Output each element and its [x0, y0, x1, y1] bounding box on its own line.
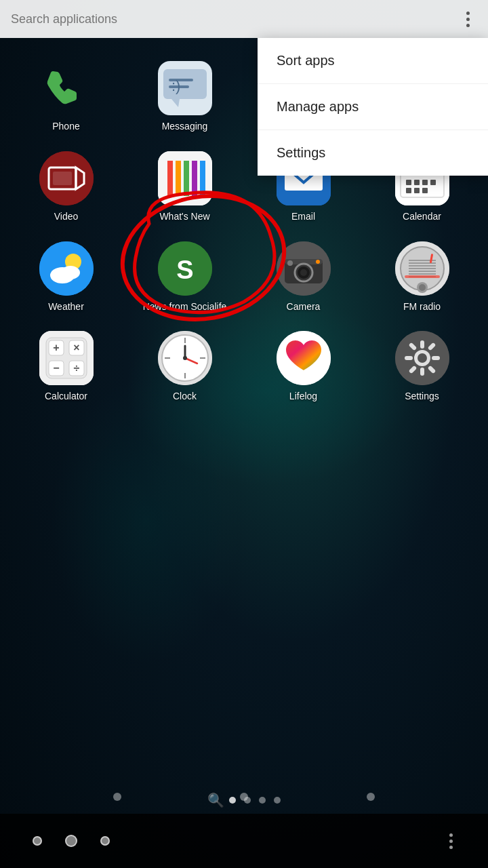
phone-label: Phone	[52, 121, 79, 132]
svg-rect-85	[420, 368, 424, 376]
lifelog-icon	[277, 331, 331, 385]
svg-rect-30	[406, 188, 411, 193]
svg-rect-58	[405, 275, 440, 278]
svg-rect-87	[432, 356, 440, 360]
svg-point-83	[418, 353, 427, 363]
lifelog-label: Lifelog	[289, 391, 317, 402]
news-socialife-label: News from Socialife	[143, 301, 227, 313]
svg-rect-26	[406, 180, 411, 185]
svg-point-37	[52, 271, 65, 282]
page-dot-4	[274, 797, 281, 804]
svg-text:×: ×	[73, 342, 79, 353]
svg-rect-13	[53, 172, 72, 185]
page-dot-1	[229, 797, 236, 804]
back-button[interactable]	[20, 824, 54, 858]
app-clock[interactable]: Clock	[125, 321, 244, 412]
svg-rect-32	[422, 188, 428, 193]
whats-new-icon	[158, 151, 212, 205]
svg-rect-84	[420, 340, 424, 349]
svg-point-46	[287, 260, 293, 266]
sort-apps-item[interactable]: Sort apps	[258, 38, 488, 84]
svg-rect-18	[192, 161, 197, 196]
app-weather[interactable]: Weather	[7, 232, 125, 322]
svg-rect-28	[422, 180, 428, 185]
calculator-label: Calculator	[45, 391, 87, 402]
svg-text:+: +	[53, 342, 59, 353]
app-whats-new[interactable]: What's New	[125, 142, 244, 232]
app-lifelog[interactable]: Lifelog	[244, 321, 363, 412]
svg-point-60	[419, 284, 426, 291]
whats-new-label: What's New	[159, 211, 209, 222]
three-dots-icon[interactable]	[458, 9, 477, 28]
clock-label: Clock	[173, 391, 197, 402]
app-calculator[interactable]: + × − ÷ Calculator	[7, 321, 125, 412]
svg-text:−: −	[53, 362, 59, 374]
page-indicators: 🔍	[0, 793, 488, 807]
calendar-label: Calendar	[403, 211, 441, 222]
manage-apps-item[interactable]: Manage apps	[258, 84, 488, 130]
app-phone[interactable]: Phone	[7, 52, 125, 142]
phone-icon	[39, 61, 94, 115]
fm-radio-label: FM radio	[403, 301, 441, 313]
app-camera[interactable]: Camera	[244, 232, 363, 322]
svg-rect-16	[176, 161, 181, 196]
svg-rect-29	[430, 180, 436, 185]
home-icon	[65, 835, 77, 847]
more-button[interactable]	[434, 824, 468, 858]
app-news-socialife[interactable]: S News from Socialife	[125, 232, 244, 322]
settings-item[interactable]: Settings	[258, 130, 488, 176]
weather-label: Weather	[48, 301, 84, 313]
svg-text:÷: ÷	[73, 362, 79, 374]
video-icon	[39, 151, 94, 205]
calculator-icon: + × − ÷	[39, 331, 94, 385]
recents-icon	[100, 836, 110, 846]
news-socialife-icon: S	[158, 241, 212, 296]
svg-rect-31	[414, 188, 420, 193]
page-dot-2	[244, 797, 251, 804]
settings-app-icon	[395, 331, 449, 385]
svg-point-45	[300, 269, 307, 276]
search-page-dot: 🔍	[207, 793, 221, 807]
svg-rect-15	[167, 161, 173, 196]
email-label: Email	[291, 211, 315, 222]
svg-point-47	[316, 260, 320, 264]
search-input[interactable]	[11, 12, 458, 26]
svg-rect-27	[414, 180, 420, 185]
recents-button[interactable]	[88, 824, 122, 858]
weather-icon	[39, 241, 94, 296]
settings-app-label: Settings	[405, 391, 439, 402]
camera-label: Camera	[287, 301, 321, 313]
svg-rect-17	[184, 161, 189, 196]
app-fm-radio[interactable]: FM radio	[363, 232, 481, 322]
app-settings[interactable]: Settings	[363, 321, 481, 412]
svg-point-79	[183, 356, 187, 360]
fm-radio-icon	[395, 241, 449, 296]
camera-icon	[277, 241, 331, 296]
svg-marker-1	[171, 99, 180, 107]
home-button[interactable]	[54, 824, 88, 858]
search-bar	[0, 0, 488, 38]
svg-text::): :)	[171, 77, 180, 94]
video-label: Video	[54, 211, 79, 222]
app-messaging[interactable]: :) Messaging	[125, 52, 244, 142]
svg-text:S: S	[176, 256, 193, 284]
back-icon	[33, 836, 42, 846]
nav-bar	[0, 814, 488, 868]
messaging-icon: :)	[158, 61, 212, 115]
messaging-label: Messaging	[162, 121, 208, 132]
dropdown-menu: Sort apps Manage apps Settings	[258, 38, 488, 176]
page-dot-3	[259, 797, 266, 804]
svg-rect-0	[163, 69, 207, 99]
svg-rect-86	[405, 356, 413, 360]
clock-icon	[158, 331, 212, 385]
svg-rect-19	[200, 161, 205, 196]
app-video[interactable]: Video	[7, 142, 125, 232]
